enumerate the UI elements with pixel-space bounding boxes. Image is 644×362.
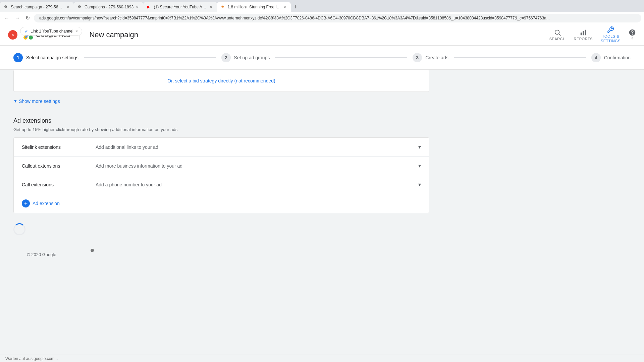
step-2-number: 2 (221, 53, 231, 62)
callout-extension-row[interactable]: Callout extensions Add more business inf… (14, 157, 429, 175)
reports-nav-button[interactable]: REPORTS (574, 29, 593, 41)
step-2: 2 Set up ad groups (221, 53, 270, 62)
help-icon (629, 29, 636, 36)
tab-youtube[interactable]: ▶ (1) Secure Your YouTube Acco... × (143, 2, 217, 12)
svg-rect-7 (585, 29, 586, 35)
call-desc: Add a phone number to your ad (96, 182, 418, 187)
ads-header: ✓ Link 1 YouTube channel × × Google Ads … (0, 24, 644, 46)
tools-nav-label: TOOLS &SETTINGS (601, 34, 621, 43)
step-connector-1 (84, 57, 216, 58)
close-campaign-button[interactable]: × (8, 30, 17, 40)
tab-favicon-4: ★ (221, 5, 226, 9)
browser-chrome: ⚙ Search campaign - 279-560-... × ⚙ Camp… (0, 0, 644, 24)
refresh-button[interactable]: ↻ (24, 14, 31, 22)
svg-line-4 (559, 34, 560, 36)
sitelink-name: Sitelink extensions (22, 144, 96, 150)
address-field[interactable] (34, 14, 641, 22)
step-connector-2 (275, 57, 407, 58)
callout-desc: Add more business information to your ad (96, 163, 418, 169)
tab-bar: ⚙ Search campaign - 279-560-... × ⚙ Camp… (0, 0, 644, 12)
svg-point-3 (555, 30, 559, 34)
svg-rect-5 (580, 33, 582, 35)
bid-direct-link[interactable]: Or, select a bid strategy directly (not … (167, 78, 275, 83)
tab-close-2[interactable]: × (136, 4, 139, 10)
step-connector-3 (454, 57, 586, 58)
step-1: 1 Select campaign settings (13, 53, 78, 62)
add-extension-row[interactable]: + Ad extension (14, 194, 429, 213)
tab-label-4: 1.8 million+ Stunning Free Im... (228, 5, 281, 9)
step-3-number: 3 (413, 53, 422, 62)
step-2-label: Set up ad groups (234, 55, 270, 60)
tab-close-3[interactable]: × (209, 4, 213, 10)
header-right: SEARCH REPORTS TOOLS &SETTINGS ? (549, 26, 636, 43)
call-name: Call extensions (22, 182, 96, 187)
page-footer: © 2020 Google (13, 245, 429, 264)
tab-images[interactable]: ★ 1.8 million+ Stunning Free Im... × (217, 2, 291, 12)
copyright-text: © 2020 Google (27, 252, 56, 257)
chevron-down-icon: ▼ (13, 99, 17, 104)
callout-name: Callout extensions (22, 163, 96, 169)
add-extension-label: Ad extension (33, 201, 60, 206)
step-4-label: Confirmation (604, 55, 631, 60)
tab-favicon-3: ▶ (147, 5, 152, 9)
tab-favicon-2: ⚙ (78, 5, 83, 9)
forward-button[interactable]: → (13, 14, 21, 22)
tab-campaigns[interactable]: ⚙ Campaigns - 279-560-1893 × (74, 2, 143, 12)
call-extension-row[interactable]: Call extensions Add a phone number to yo… (14, 175, 429, 194)
sitelink-expand-icon: ▾ (418, 144, 421, 150)
step-3-label: Create ads (425, 55, 448, 60)
new-tab-button[interactable]: + (291, 2, 300, 12)
callout-expand-icon: ▾ (418, 163, 421, 169)
tab-label-2: Campaigns - 279-560-1893 (85, 5, 133, 9)
close-icon: × (11, 32, 14, 38)
reports-icon (580, 29, 587, 36)
notif-text: Link 1 YouTube channel (31, 29, 73, 34)
svg-point-1 (29, 36, 33, 40)
loading-area (13, 213, 429, 245)
address-bar-row: ← → ↻ (0, 12, 644, 24)
svg-rect-6 (583, 31, 584, 35)
show-more-row: ▼ Show more settings (13, 92, 429, 111)
sitelink-extension-row[interactable]: Sitelink extensions Add additional links… (14, 138, 429, 157)
tab-close-1[interactable]: × (66, 4, 70, 10)
show-more-button[interactable]: ▼ Show more settings (13, 99, 60, 104)
extensions-card: Sitelink extensions Add additional links… (13, 137, 429, 213)
tab-label-1: Search campaign - 279-560-... (11, 5, 64, 9)
page-title: New campaign (89, 31, 138, 39)
sitelink-desc: Add additional links to your ad (96, 144, 418, 150)
tab-label-3: (1) Secure Your YouTube Acco... (154, 5, 208, 9)
search-nav-button[interactable]: SEARCH (549, 29, 566, 41)
tab-search-campaign[interactable]: ⚙ Search campaign - 279-560-... × (0, 2, 74, 12)
tab-close-4[interactable]: × (283, 4, 286, 10)
main-content: Or, select a bid strategy directly (not … (0, 70, 443, 277)
step-4-number: 4 (591, 53, 601, 62)
notification-chip: ✓ Link 1 YouTube channel × (20, 27, 82, 36)
campaign-stepper: 1 Select campaign settings 2 Set up ad g… (0, 46, 644, 70)
notif-close-button[interactable]: × (75, 29, 78, 34)
ad-extensions-title: Ad extensions (13, 117, 429, 124)
step-1-label: Select campaign settings (26, 55, 78, 60)
ad-extensions-description: Get up to 15% higher clickthrough rate b… (13, 127, 429, 132)
step-1-number: 1 (13, 53, 23, 62)
status-bar: Warten auf ads.google.com... (0, 355, 644, 362)
add-extension-icon: + (22, 199, 30, 207)
ad-extensions-section: Ad extensions Get up to 15% higher click… (13, 117, 429, 213)
search-nav-label: SEARCH (549, 37, 566, 41)
bid-direct-section: Or, select a bid strategy directly (not … (13, 70, 429, 92)
notif-check-icon: ✓ (24, 28, 29, 34)
tools-nav-button[interactable]: TOOLS &SETTINGS (601, 26, 621, 43)
search-icon (554, 29, 561, 36)
status-text: Warten auf ads.google.com... (5, 356, 58, 361)
loading-spinner (13, 223, 25, 235)
show-more-label: Show more settings (19, 99, 60, 104)
tab-favicon-1: ⚙ (4, 5, 9, 9)
step-4: 4 Confirmation (591, 53, 631, 62)
help-nav-button[interactable]: ? (629, 29, 636, 41)
reports-nav-label: REPORTS (574, 37, 593, 41)
back-button[interactable]: ← (3, 14, 11, 22)
tools-icon (607, 26, 614, 34)
help-nav-label: ? (631, 37, 634, 41)
call-expand-icon: ▾ (418, 181, 421, 188)
step-3: 3 Create ads (413, 53, 448, 62)
